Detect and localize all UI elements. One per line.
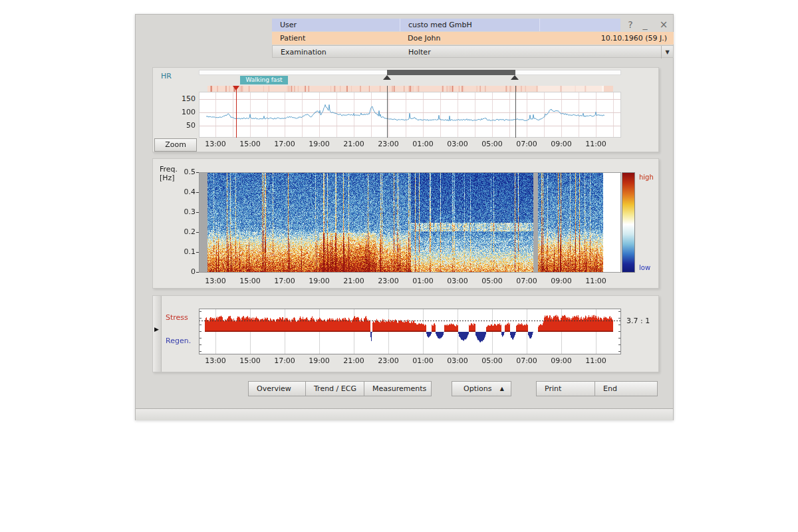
axis-tick-label: 13:00	[202, 356, 229, 365]
axis-tick-label: 07:00	[513, 140, 540, 148]
hr-ytick-50: 50	[169, 121, 196, 130]
stress-x-axis: 13:0015:0017:0019:0021:0023:0001:0003:00…	[153, 356, 660, 366]
freq-ytick: 0.4	[169, 188, 196, 196]
status-bar	[136, 408, 673, 420]
hr-ytick-100: 100	[169, 108, 196, 116]
print-button[interactable]: Print	[536, 381, 595, 396]
measurements-button[interactable]: Measurements	[364, 381, 432, 396]
stress-regen-canvas[interactable]	[199, 309, 621, 354]
header-row-user: User custo med GmbH	[272, 19, 620, 31]
selection-end-handle-icon[interactable]	[511, 75, 519, 80]
hr-trend-canvas[interactable]	[199, 92, 621, 138]
timeline-selection-bar[interactable]	[387, 70, 515, 75]
stress-regen-ratio: 3.7 : 1	[626, 317, 650, 325]
event-marker-triangle-icon	[233, 86, 239, 90]
patient-birthdate: 10.10.1960 (59 J.)	[601, 32, 667, 45]
options-button-label: Options	[464, 384, 491, 393]
colorbar-high-label: high	[639, 174, 654, 181]
stress-regen-panel: ▶ Stress Regen. 3.7 : 1 13:0015:0017:001…	[152, 295, 659, 372]
hr-panel-title: HR	[161, 72, 172, 80]
patient-label: Patient	[272, 32, 400, 45]
axis-tick-label: 05:00	[479, 356, 505, 365]
axis-tick-label: 11:00	[583, 140, 609, 148]
spectrogram-canvas[interactable]	[199, 172, 621, 273]
spectrogram-x-axis: 13:0015:0017:0019:0021:0023:0001:0003:00…	[153, 277, 660, 286]
axis-tick-label: 19:00	[306, 277, 332, 285]
axis-tick-label: 09:00	[548, 140, 575, 148]
axis-tick-label: 11:00	[583, 277, 609, 285]
axis-tick-label: 15:00	[237, 277, 263, 285]
axis-tick-label: 07:00	[513, 277, 540, 285]
chevron-up-icon: ▲	[500, 382, 504, 396]
examination-value: Holter	[400, 46, 560, 59]
freq-ytick: 0.1	[169, 247, 196, 256]
user-value: custo med GmbH	[400, 19, 539, 31]
colorbar-low-label: low	[639, 264, 650, 271]
header-row-patient: Patient Doe John 10.10.1960 (59 J.)	[272, 32, 674, 45]
axis-tick-label: 09:00	[548, 356, 575, 365]
axis-tick-label: 13:00	[202, 140, 229, 148]
axis-tick-label: 05:00	[479, 277, 505, 285]
axis-tick-label: 03:00	[444, 140, 471, 148]
stress-series-label: Stress	[166, 313, 188, 322]
app-window: User custo med GmbH ? _ × Patient Doe Jo…	[135, 14, 674, 420]
axis-tick-label: 05:00	[479, 140, 505, 148]
colorbar	[622, 172, 635, 273]
examination-label: Examination	[273, 46, 400, 59]
examination-dropdown-button[interactable]: ▼	[661, 46, 673, 59]
axis-tick-label: 23:00	[375, 356, 402, 365]
freq-ytick: 0.2	[169, 227, 196, 236]
axis-tick-label: 23:00	[375, 140, 402, 148]
patient-name: Doe John	[400, 32, 559, 45]
selection-start-handle-icon[interactable]	[383, 75, 391, 80]
axis-tick-label: 11:00	[583, 356, 609, 365]
end-button[interactable]: End	[595, 381, 658, 396]
zoom-button[interactable]: Zoom	[154, 138, 197, 152]
selection-cursor-left[interactable]	[387, 86, 388, 138]
expand-arrow-icon: ▶	[154, 326, 159, 332]
chevron-down-icon: ▼	[665, 49, 669, 55]
user-label: User	[272, 19, 400, 31]
overview-button[interactable]: Overview	[248, 381, 306, 396]
event-marker-line	[236, 86, 237, 138]
regen-series-label: Regen.	[166, 336, 191, 345]
trend-ecg-button[interactable]: Trend / ECG	[305, 381, 364, 396]
hr-x-axis: 13:0015:0017:0019:0021:0023:0001:0003:00…	[153, 140, 660, 149]
axis-tick-label: 01:00	[410, 140, 436, 148]
minimize-icon[interactable]: _	[639, 19, 651, 31]
axis-tick-label: 17:00	[271, 356, 298, 365]
event-badge[interactable]: Walking fast	[240, 76, 288, 84]
axis-tick-label: 03:00	[444, 277, 471, 285]
help-icon[interactable]: ?	[624, 19, 636, 31]
axis-tick-label: 21:00	[340, 277, 367, 285]
axis-tick-label: 17:00	[271, 277, 298, 285]
hr-ytick-150: 150	[169, 94, 196, 103]
axis-tick-label: 03:00	[444, 356, 471, 365]
freq-ytick: 0	[169, 267, 196, 276]
axis-tick-label: 19:00	[306, 356, 332, 365]
axis-tick-label: 07:00	[513, 356, 540, 365]
axis-tick-label: 15:00	[237, 140, 263, 148]
axis-tick-label: 01:00	[410, 356, 436, 365]
axis-tick-label: 21:00	[340, 140, 367, 148]
axis-tick-label: 15:00	[237, 356, 263, 365]
axis-tick-label: 09:00	[548, 277, 575, 285]
hr-trend-panel: HR Walking fast 150 100 50 13:0015:0017:…	[152, 67, 659, 152]
axis-tick-label: 13:00	[202, 277, 229, 285]
spectrogram-panel: Freq. [Hz] 0.5 0.4 0.3 0.2 0.1 0 high lo…	[152, 158, 659, 289]
freq-ytick: 0.5	[169, 168, 196, 176]
user-extra-cell	[539, 19, 620, 31]
axis-tick-label: 17:00	[271, 140, 298, 148]
axis-tick-label: 01:00	[410, 277, 436, 285]
axis-tick-label: 21:00	[340, 356, 367, 365]
close-icon[interactable]: ×	[658, 19, 670, 31]
selection-cursor-right[interactable]	[515, 86, 516, 138]
options-button[interactable]: Options ▲	[452, 381, 511, 396]
axis-tick-label: 19:00	[306, 140, 332, 148]
freq-ytick: 0.3	[169, 207, 196, 216]
header-row-examination[interactable]: Examination Holter ▼	[272, 45, 674, 58]
axis-tick-label: 23:00	[375, 277, 402, 285]
